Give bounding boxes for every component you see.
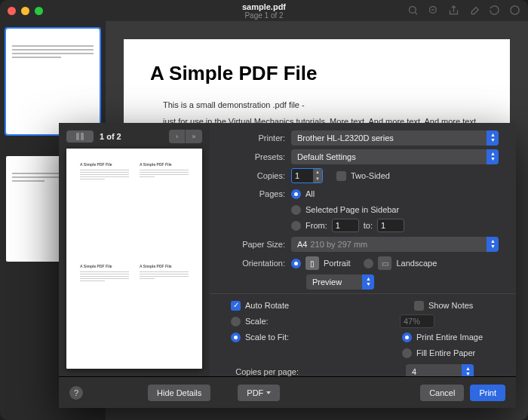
pages-from-input[interactable]: 1 [332,219,359,232]
print-entire-label: Print Entire Image [416,333,504,342]
svg-line-1 [415,12,417,14]
pages-selected-label: Selected Page in Sidebar [305,205,399,214]
search-icon[interactable] [407,5,419,16]
mini-page [75,259,134,360]
traffic-lights [8,7,43,15]
scale-label: Scale: [245,317,298,326]
print-settings-pane: Printer: Brother HL-L2320D series▲▼ Pres… [210,123,516,376]
orientation-label: Orientation: [222,259,291,268]
copies-stepper[interactable]: ▲▼ [313,169,322,182]
thumbnail-page-1[interactable]: A Simple PDF File [6,29,100,134]
two-sided-label: Two-Sided [351,171,390,180]
fill-paper-radio[interactable] [402,348,412,358]
layout-toggle[interactable] [66,130,94,143]
printer-label: Printer: [222,133,291,143]
zoom-out-icon[interactable] [428,5,439,16]
copies-per-page-select[interactable]: 4▲▼ [406,364,474,376]
doc-heading: A Simple PDF File [150,62,480,85]
markup-icon[interactable] [509,5,520,16]
print-preview-sheet [66,149,202,369]
mini-page [135,259,193,360]
printer-select[interactable]: Brother HL-L2320D series▲▼ [291,130,499,146]
window-titlebar: sample.pdf Page 1 of 2 [0,0,528,21]
auto-rotate-checkbox[interactable] [231,301,241,311]
scale-to-fit-radio[interactable] [231,333,241,342]
fill-paper-label: Fill Entire Paper [416,348,504,357]
scale-to-fit-label: Scale to Fit: [245,333,298,342]
orientation-portrait-label: Portrait [324,259,350,268]
orientation-landscape-radio[interactable] [364,259,373,268]
mini-page [135,158,193,258]
cancel-button[interactable]: Cancel [420,385,464,401]
paper-size-label: Paper Size: [222,240,291,249]
orientation-portrait-radio[interactable] [291,259,301,268]
presets-label: Presets: [222,152,291,161]
preview-last-icon[interactable]: » [186,130,202,143]
copies-per-page-label: Copies per page: [222,367,305,376]
zoom-window-dot[interactable] [35,7,43,15]
print-entire-radio[interactable] [402,333,412,342]
share-icon[interactable] [448,5,459,16]
pages-all-label: All [305,189,315,198]
portrait-icon: ▯ [305,256,319,270]
paper-size-select[interactable]: A4210 by 297 mm▲▼ [291,237,499,252]
pages-to-input[interactable]: 1 [377,219,404,232]
show-notes-label: Show Notes [428,301,504,310]
pages-from-label: From: [305,221,327,230]
pages-from-radio[interactable] [291,221,301,231]
help-button[interactable]: ? [69,386,83,400]
print-dialog: 1 of 2 › » Printer: Brother HL-L2320D se… [59,123,516,408]
svg-point-0 [410,7,416,14]
preview-next-icon[interactable]: › [169,130,186,143]
pages-selected-radio[interactable] [291,205,301,215]
minimize-window-dot[interactable] [21,7,29,15]
landscape-icon: ▭ [378,256,391,270]
orientation-landscape-label: Landscape [396,259,437,268]
svg-point-4 [511,6,519,14]
scale-radio[interactable] [231,317,241,326]
pages-to-label: to: [364,221,373,230]
rotate-icon[interactable] [489,5,500,16]
preview-pager: 1 of 2 [100,132,121,141]
pages-all-radio[interactable] [291,189,301,199]
presets-select[interactable]: Default Settings▲▼ [291,149,499,164]
mini-page [75,158,134,258]
pdf-dropdown-button[interactable]: PDF [238,385,280,401]
dialog-footer: ? Hide Details PDF Cancel Print [59,376,516,408]
hide-details-button[interactable]: Hide Details [148,385,210,401]
two-sided-checkbox[interactable] [336,171,346,181]
show-notes-checkbox[interactable] [414,301,424,311]
print-button[interactable]: Print [470,385,505,401]
separator [210,293,516,294]
close-window-dot[interactable] [8,7,16,15]
toolbar-icons [407,5,520,16]
section-select[interactable]: Preview▲▼ [306,274,374,290]
highlight-icon[interactable] [468,5,480,16]
pages-label: Pages: [222,189,291,198]
copies-input[interactable]: 1▲▼ [291,168,323,183]
auto-rotate-label: Auto Rotate [245,301,289,310]
copies-label: Copies: [222,171,291,180]
doc-paragraph: This is a small demonstration .pdf file … [163,100,480,109]
scale-input[interactable]: 47% [400,314,434,328]
print-preview-pane: 1 of 2 › » [59,123,210,376]
